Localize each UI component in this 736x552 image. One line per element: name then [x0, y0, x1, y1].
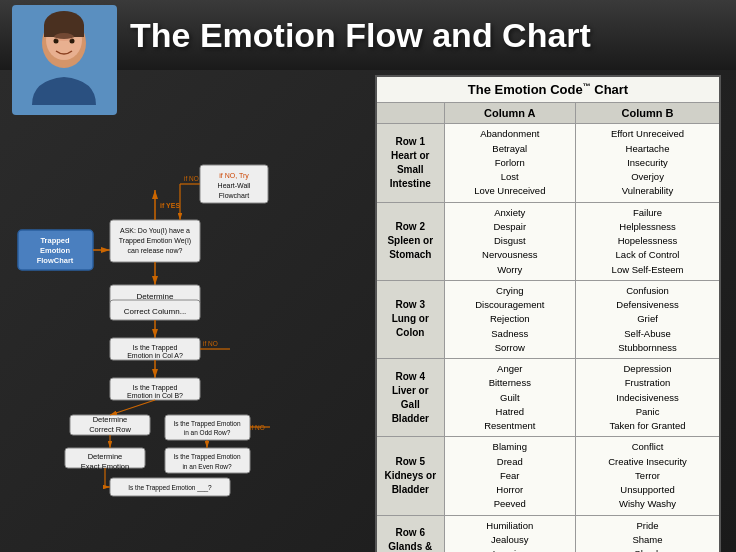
chart-row-2: Row 2Spleen orStomachAnxietyDespairDisgu…	[376, 202, 720, 280]
chart-row-4: Row 4Liver orGallBladderAngerBitternessG…	[376, 359, 720, 437]
row-label-3: Row 3Lung orColon	[376, 280, 444, 358]
svg-text:Is the Trapped: Is the Trapped	[133, 384, 178, 392]
person-photo	[12, 5, 117, 115]
row-label-4: Row 4Liver orGallBladder	[376, 359, 444, 437]
chart-row-3: Row 3Lung orColonCryingDiscouragementRej…	[376, 280, 720, 358]
emotion-chart: The Emotion Code™ Chart Column A Column …	[375, 75, 721, 552]
svg-text:if NO: if NO	[184, 175, 199, 182]
svg-text:Determine: Determine	[93, 415, 128, 424]
svg-text:Trapped Emotion We(I): Trapped Emotion We(I)	[119, 237, 191, 245]
svg-point-7	[54, 33, 74, 41]
col-header-b: Column B	[576, 103, 720, 124]
svg-text:Flowchart: Flowchart	[219, 192, 249, 199]
main-container: The Emotion Flow and Chart Trapped Emoti…	[0, 0, 736, 552]
row-label-2: Row 2Spleen orStomach	[376, 202, 444, 280]
svg-text:ASK: Do You(I) have a: ASK: Do You(I) have a	[120, 227, 190, 235]
svg-text:in an Even Row?: in an Even Row?	[182, 463, 232, 470]
row-4-col-a: AngerBitternessGuiltHatredResentment	[444, 359, 576, 437]
svg-text:Correct Row: Correct Row	[89, 425, 131, 434]
svg-text:Emotion in Col A?: Emotion in Col A?	[127, 352, 183, 359]
chart-row-5: Row 5Kidneys orBladderBlamingDreadFearHo…	[376, 437, 720, 515]
row-4-col-b: DepressionFrustrationIndecisivenessPanic…	[576, 359, 720, 437]
svg-text:if NO, Try: if NO, Try	[219, 172, 249, 180]
svg-text:Heart-Wall: Heart-Wall	[218, 182, 251, 189]
svg-text:Is the Trapped Emotion: Is the Trapped Emotion	[173, 453, 241, 461]
row-2-col-a: AnxietyDespairDisgustNervousnessWorry	[444, 202, 576, 280]
row-5-col-b: ConflictCreative InsecurityTerrorUnsuppo…	[576, 437, 720, 515]
svg-text:in an Odd Row?: in an Odd Row?	[184, 429, 231, 436]
flowchart-svg: Trapped Emotion FlowChart ASK: Do You(I)…	[10, 70, 350, 500]
svg-text:Is the Trapped: Is the Trapped	[133, 344, 178, 352]
flowchart-section: Trapped Emotion FlowChart ASK: Do You(I)…	[10, 70, 370, 552]
row-1-col-a: AbandonmentBetrayalForlornLostLove Unrec…	[444, 124, 576, 202]
svg-text:Trapped: Trapped	[40, 236, 70, 245]
row-3-col-b: ConfusionDefensivenessGriefSelf-AbuseStu…	[576, 280, 720, 358]
row-label-1: Row 1Heart orSmallIntestine	[376, 124, 444, 202]
row-6-col-a: HumiliationJealousyLongingLustOverwhelm	[444, 515, 576, 552]
row-5-col-a: BlamingDreadFearHorrorPeeved	[444, 437, 576, 515]
svg-text:if YES: if YES	[160, 202, 180, 209]
svg-text:FlowChart: FlowChart	[37, 256, 74, 265]
row-1-col-b: Effort UnreceivedHeartacheInsecurityOver…	[576, 124, 720, 202]
row-label-5: Row 5Kidneys orBladder	[376, 437, 444, 515]
chart-title: The Emotion Code™ Chart	[376, 76, 720, 103]
row-3-col-a: CryingDiscouragementRejectionSadnessSorr…	[444, 280, 576, 358]
content-area: Trapped Emotion FlowChart ASK: Do You(I)…	[0, 70, 736, 552]
row-label-6: Row 6Glands &SexualOrgans	[376, 515, 444, 552]
svg-text:Is the Trapped Emotion: Is the Trapped Emotion	[173, 420, 241, 428]
svg-text:if NO: if NO	[203, 340, 218, 347]
svg-rect-46	[165, 415, 250, 440]
main-title: The Emotion Flow and Chart	[130, 16, 591, 55]
chart-section: The Emotion Code™ Chart Column A Column …	[370, 70, 726, 552]
row-6-col-b: PrideShameShockUnworthyWorthless	[576, 515, 720, 552]
svg-text:Is the Trapped Emotion ___?: Is the Trapped Emotion ___?	[128, 484, 212, 492]
chart-row-1: Row 1Heart orSmallIntestineAbandonmentBe…	[376, 124, 720, 202]
svg-text:Correct Column...: Correct Column...	[124, 307, 187, 316]
svg-text:Emotion: Emotion	[40, 246, 70, 255]
svg-line-45	[110, 400, 155, 415]
column-header-row: Column A Column B	[376, 103, 720, 124]
chart-row-6: Row 6Glands &SexualOrgansHumiliationJeal…	[376, 515, 720, 552]
svg-text:Emotion in Col B?: Emotion in Col B?	[127, 392, 183, 399]
svg-text:Determine: Determine	[88, 452, 123, 461]
svg-text:can release now?: can release now?	[128, 247, 183, 254]
row-2-col-b: FailureHelplessnessHopelessnessLack of C…	[576, 202, 720, 280]
chart-title-row: The Emotion Code™ Chart	[376, 76, 720, 103]
col-header-a: Column A	[444, 103, 576, 124]
col-header-row	[376, 103, 444, 124]
